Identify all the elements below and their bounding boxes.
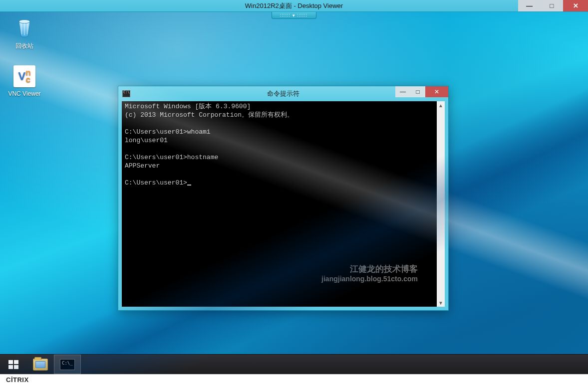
command-prompt-window[interactable]: 命令提示符 — □ ✕ Microsoft Windows [版本 6.3.96… [118, 86, 449, 311]
taskbar-cmd-button[interactable] [54, 355, 81, 374]
svg-rect-1 [8, 360, 13, 364]
viewer-title: Win2012R2桌面 - Desktop Viewer [0, 1, 588, 10]
cmd-taskbar-icon [60, 359, 75, 370]
viewer-window-controls: — □ ✕ [518, 0, 588, 11]
cmd-scrollbar[interactable]: ▲ ▼ [437, 101, 445, 307]
citrix-brand: CİTRIX [6, 376, 29, 384]
maximize-button[interactable]: □ [541, 0, 563, 11]
cmd-window-controls: — □ ✕ [395, 86, 448, 97]
cmd-titlebar[interactable]: 命令提示符 — □ ✕ [118, 86, 448, 101]
cmd-minimize-button[interactable]: — [395, 86, 410, 97]
vnc-icon: Vn c [12, 64, 36, 88]
cmd-client-area[interactable]: Microsoft Windows [版本 6.3.9600] (c) 2013… [122, 101, 445, 307]
scroll-down-button[interactable]: ▼ [437, 299, 445, 307]
scroll-up-button[interactable]: ▲ [437, 101, 445, 109]
windows-logo-icon [7, 359, 19, 371]
svg-rect-2 [14, 360, 18, 364]
vnc-v-glyph: V [18, 70, 25, 83]
vnc-nc-glyph: n c [25, 69, 30, 84]
taskbar-explorer-button[interactable] [27, 355, 54, 374]
recycle-bin-icon[interactable]: 回收站 [6, 14, 43, 52]
svg-point-0 [19, 20, 30, 23]
citrix-footer: CİTRIX [0, 374, 588, 385]
cmd-output[interactable]: Microsoft Windows [版本 6.3.9600] (c) 2013… [125, 102, 437, 307]
viewer-titlebar: Win2012R2桌面 - Desktop Viewer — □ ✕ [0, 0, 588, 12]
viewer-toolbar-pull-tab[interactable]: ∷∷∷ ▾ ∷∷∷ [272, 12, 316, 19]
windows-taskbar[interactable] [0, 354, 588, 374]
svg-rect-4 [14, 365, 18, 369]
svg-rect-3 [8, 365, 13, 369]
file-explorer-icon [33, 359, 48, 371]
vnc-viewer-icon[interactable]: Vn c VNC Viewer [6, 62, 43, 99]
remote-desktop[interactable]: ∷∷∷ ▾ ∷∷∷ 回收站 [0, 12, 588, 374]
recycle-bin-label: 回收站 [6, 42, 43, 50]
pull-tab-glyph: ∷∷∷ ▾ ∷∷∷ [280, 13, 307, 18]
vnc-viewer-label: VNC Viewer [6, 90, 43, 97]
minimize-button[interactable]: — [518, 0, 541, 11]
start-button[interactable] [0, 355, 27, 374]
cmd-maximize-button[interactable]: □ [410, 86, 425, 97]
trash-icon [12, 16, 36, 40]
desktop-icons: 回收站 Vn c VNC Viewer [6, 14, 51, 109]
close-button[interactable]: ✕ [563, 0, 588, 11]
cmd-close-button[interactable]: ✕ [425, 86, 448, 97]
